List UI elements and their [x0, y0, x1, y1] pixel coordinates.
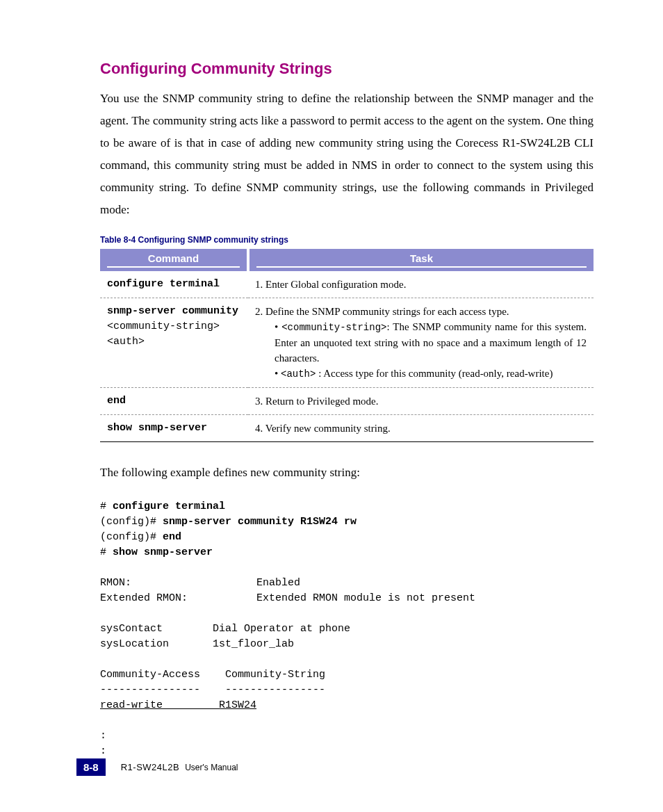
intro-paragraph: You use the SNMP community string to def… [100, 88, 594, 221]
code-example: # configure terminal (config)# snmp-serv… [100, 499, 594, 759]
example-intro: The following example defines new commun… [100, 466, 594, 480]
header-task: Task [248, 249, 594, 271]
command-cell: configure terminal [100, 271, 248, 298]
page-number: 8-8 [76, 758, 106, 776]
footer-manual: User's Manual [185, 763, 238, 772]
command-cell: snmp-server community <community-string>… [100, 298, 248, 388]
section-heading: Configuring Community Strings [100, 60, 594, 78]
table-row: snmp-server community <community-string>… [100, 298, 594, 388]
command-cell: end [100, 388, 248, 415]
page-footer: 8-8 R1-SW24L2B User's Manual [76, 758, 594, 776]
command-cell: show snmp-server [100, 415, 248, 442]
table-row: configure terminal 1. Enter Global confi… [100, 271, 594, 298]
task-cell: 1. Enter Global configuration mode. [248, 271, 594, 298]
header-command: Command [100, 249, 248, 271]
footer-model: R1-SW24L2B [121, 762, 179, 772]
table-row: show snmp-server 4. Verify new community… [100, 415, 594, 442]
task-cell: 2. Define the SNMP community strings for… [248, 298, 594, 388]
table-row: end 3. Return to Privileged mode. [100, 388, 594, 415]
task-cell: 3. Return to Privileged mode. [248, 388, 594, 415]
table-caption: Table 8-4 Configuring SNMP community str… [100, 235, 594, 245]
task-cell: 4. Verify new community string. [248, 415, 594, 442]
command-table: Command Task configure terminal 1. Enter… [100, 249, 594, 442]
